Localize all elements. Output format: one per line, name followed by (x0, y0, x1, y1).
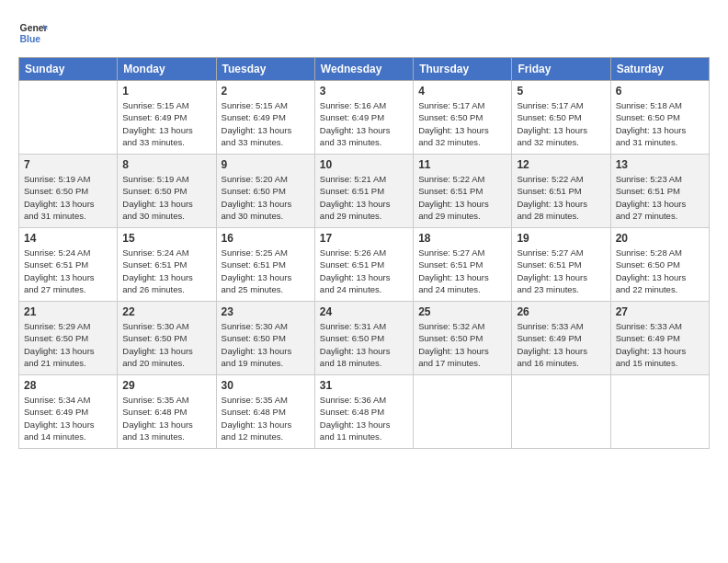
column-header-friday: Friday (512, 58, 610, 81)
column-header-monday: Monday (118, 58, 216, 81)
calendar-cell: 15Sunrise: 5:24 AM Sunset: 6:51 PM Dayli… (118, 228, 216, 302)
calendar-week-4: 21Sunrise: 5:29 AM Sunset: 6:50 PM Dayli… (19, 302, 710, 375)
calendar-cell (512, 375, 610, 449)
day-number: 7 (24, 158, 112, 171)
day-number: 14 (24, 232, 112, 245)
day-number: 15 (122, 232, 210, 245)
day-number: 21 (24, 305, 112, 318)
day-number: 26 (517, 305, 605, 318)
day-info: Sunrise: 5:26 AM Sunset: 6:51 PM Dayligh… (320, 247, 408, 295)
day-number: 6 (616, 85, 704, 98)
calendar-week-3: 14Sunrise: 5:24 AM Sunset: 6:51 PM Dayli… (19, 228, 710, 302)
calendar-cell: 2Sunrise: 5:15 AM Sunset: 6:49 PM Daylig… (216, 81, 314, 155)
day-info: Sunrise: 5:25 AM Sunset: 6:51 PM Dayligh… (222, 247, 310, 295)
calendar-cell: 22Sunrise: 5:30 AM Sunset: 6:50 PM Dayli… (118, 302, 216, 375)
day-info: Sunrise: 5:28 AM Sunset: 6:50 PM Dayligh… (616, 247, 704, 295)
calendar-cell: 11Sunrise: 5:22 AM Sunset: 6:51 PM Dayli… (414, 155, 512, 228)
day-number: 27 (616, 305, 704, 318)
day-info: Sunrise: 5:21 AM Sunset: 6:51 PM Dayligh… (320, 173, 408, 222)
day-info: Sunrise: 5:23 AM Sunset: 6:51 PM Dayligh… (616, 173, 704, 222)
day-number: 30 (222, 379, 310, 392)
calendar-cell: 30Sunrise: 5:35 AM Sunset: 6:48 PM Dayli… (216, 375, 314, 449)
day-info: Sunrise: 5:32 AM Sunset: 6:50 PM Dayligh… (418, 320, 506, 369)
calendar-cell: 24Sunrise: 5:31 AM Sunset: 6:50 PM Dayli… (314, 302, 413, 375)
logo: General Blue (18, 18, 51, 48)
day-number: 16 (222, 232, 310, 245)
day-number: 22 (122, 305, 210, 318)
day-number: 2 (222, 85, 310, 98)
day-number: 11 (418, 158, 506, 171)
calendar-cell: 8Sunrise: 5:19 AM Sunset: 6:50 PM Daylig… (118, 155, 216, 228)
calendar-cell: 1Sunrise: 5:15 AM Sunset: 6:49 PM Daylig… (118, 81, 216, 155)
header: General Blue (18, 18, 710, 48)
day-info: Sunrise: 5:33 AM Sunset: 6:49 PM Dayligh… (616, 320, 704, 369)
day-info: Sunrise: 5:27 AM Sunset: 6:51 PM Dayligh… (418, 247, 506, 295)
day-info: Sunrise: 5:17 AM Sunset: 6:50 PM Dayligh… (418, 99, 506, 148)
day-info: Sunrise: 5:27 AM Sunset: 6:51 PM Dayligh… (517, 247, 605, 295)
day-info: Sunrise: 5:22 AM Sunset: 6:51 PM Dayligh… (517, 173, 605, 222)
calendar-cell: 31Sunrise: 5:36 AM Sunset: 6:48 PM Dayli… (314, 375, 413, 449)
calendar-cell: 20Sunrise: 5:28 AM Sunset: 6:50 PM Dayli… (610, 228, 709, 302)
calendar-cell: 6Sunrise: 5:18 AM Sunset: 6:50 PM Daylig… (610, 81, 709, 155)
calendar-cell: 4Sunrise: 5:17 AM Sunset: 6:50 PM Daylig… (414, 81, 512, 155)
day-info: Sunrise: 5:36 AM Sunset: 6:48 PM Dayligh… (320, 394, 408, 442)
calendar-cell: 18Sunrise: 5:27 AM Sunset: 6:51 PM Dayli… (414, 228, 512, 302)
calendar-cell: 25Sunrise: 5:32 AM Sunset: 6:50 PM Dayli… (414, 302, 512, 375)
svg-text:Blue: Blue (20, 34, 41, 44)
day-number: 12 (517, 158, 605, 171)
calendar-cell: 14Sunrise: 5:24 AM Sunset: 6:51 PM Dayli… (19, 228, 118, 302)
day-info: Sunrise: 5:16 AM Sunset: 6:49 PM Dayligh… (320, 99, 408, 148)
day-number: 20 (616, 232, 704, 245)
day-number: 5 (517, 85, 605, 98)
calendar-cell: 29Sunrise: 5:35 AM Sunset: 6:48 PM Dayli… (118, 375, 216, 449)
day-info: Sunrise: 5:15 AM Sunset: 6:49 PM Dayligh… (222, 99, 310, 148)
day-number: 13 (616, 158, 704, 171)
calendar-header-row: SundayMondayTuesdayWednesdayThursdayFrid… (19, 58, 710, 81)
calendar-week-5: 28Sunrise: 5:34 AM Sunset: 6:49 PM Dayli… (19, 375, 710, 449)
calendar-cell: 12Sunrise: 5:22 AM Sunset: 6:51 PM Dayli… (512, 155, 610, 228)
calendar: SundayMondayTuesdayWednesdayThursdayFrid… (18, 57, 710, 449)
day-info: Sunrise: 5:24 AM Sunset: 6:51 PM Dayligh… (24, 247, 112, 295)
day-info: Sunrise: 5:30 AM Sunset: 6:50 PM Dayligh… (122, 320, 210, 369)
calendar-week-2: 7Sunrise: 5:19 AM Sunset: 6:50 PM Daylig… (19, 155, 710, 228)
column-header-wednesday: Wednesday (314, 58, 413, 81)
logo-icon: General Blue (18, 18, 48, 48)
day-info: Sunrise: 5:29 AM Sunset: 6:50 PM Dayligh… (24, 320, 112, 369)
day-number: 3 (320, 85, 408, 98)
day-number: 10 (320, 158, 408, 171)
day-number: 28 (24, 379, 112, 392)
day-number: 25 (418, 305, 506, 318)
calendar-cell: 28Sunrise: 5:34 AM Sunset: 6:49 PM Dayli… (19, 375, 118, 449)
day-info: Sunrise: 5:20 AM Sunset: 6:50 PM Dayligh… (222, 173, 310, 222)
day-number: 9 (222, 158, 310, 171)
column-header-sunday: Sunday (19, 58, 118, 81)
day-number: 23 (222, 305, 310, 318)
calendar-cell (610, 375, 709, 449)
calendar-cell: 19Sunrise: 5:27 AM Sunset: 6:51 PM Dayli… (512, 228, 610, 302)
day-info: Sunrise: 5:18 AM Sunset: 6:50 PM Dayligh… (616, 99, 704, 148)
day-info: Sunrise: 5:33 AM Sunset: 6:49 PM Dayligh… (517, 320, 605, 369)
day-info: Sunrise: 5:35 AM Sunset: 6:48 PM Dayligh… (222, 394, 310, 442)
day-info: Sunrise: 5:17 AM Sunset: 6:50 PM Dayligh… (517, 99, 605, 148)
calendar-cell: 17Sunrise: 5:26 AM Sunset: 6:51 PM Dayli… (314, 228, 413, 302)
calendar-cell: 9Sunrise: 5:20 AM Sunset: 6:50 PM Daylig… (216, 155, 314, 228)
calendar-cell (414, 375, 512, 449)
day-number: 18 (418, 232, 506, 245)
day-info: Sunrise: 5:19 AM Sunset: 6:50 PM Dayligh… (122, 173, 210, 222)
day-number: 8 (122, 158, 210, 171)
day-number: 4 (418, 85, 506, 98)
calendar-cell (19, 81, 118, 155)
day-info: Sunrise: 5:15 AM Sunset: 6:49 PM Dayligh… (122, 99, 210, 148)
calendar-cell: 16Sunrise: 5:25 AM Sunset: 6:51 PM Dayli… (216, 228, 314, 302)
day-info: Sunrise: 5:34 AM Sunset: 6:49 PM Dayligh… (24, 394, 112, 442)
day-number: 17 (320, 232, 408, 245)
calendar-cell: 13Sunrise: 5:23 AM Sunset: 6:51 PM Dayli… (610, 155, 709, 228)
day-info: Sunrise: 5:30 AM Sunset: 6:50 PM Dayligh… (222, 320, 310, 369)
day-number: 24 (320, 305, 408, 318)
calendar-week-1: 1Sunrise: 5:15 AM Sunset: 6:49 PM Daylig… (19, 81, 710, 155)
day-info: Sunrise: 5:19 AM Sunset: 6:50 PM Dayligh… (24, 173, 112, 222)
column-header-saturday: Saturday (610, 58, 709, 81)
day-info: Sunrise: 5:31 AM Sunset: 6:50 PM Dayligh… (320, 320, 408, 369)
calendar-cell: 5Sunrise: 5:17 AM Sunset: 6:50 PM Daylig… (512, 81, 610, 155)
calendar-cell: 27Sunrise: 5:33 AM Sunset: 6:49 PM Dayli… (610, 302, 709, 375)
